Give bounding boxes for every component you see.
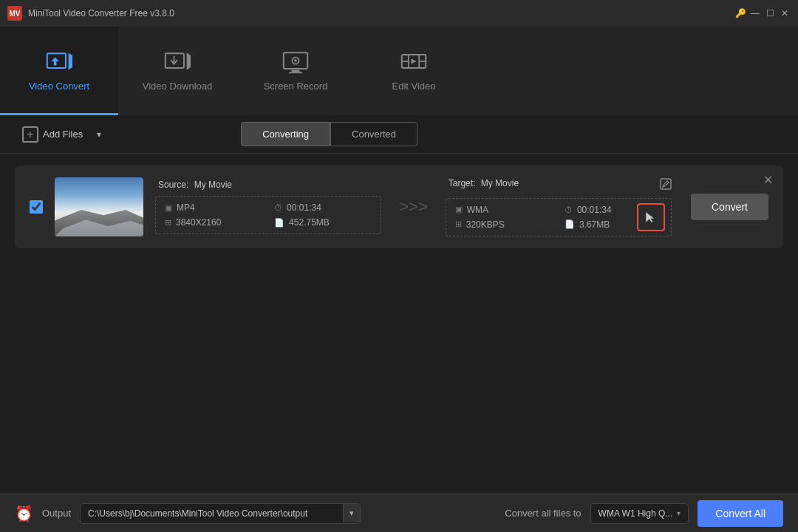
source-label: Source: My Movie: [155, 180, 381, 190]
file-card: ✕ Source: My Movie ▣ MP4 ⏱ 00:01:34: [15, 166, 783, 248]
maximize-button[interactable]: ☐: [764, 7, 776, 19]
source-size-item: 📄 452.75MB: [274, 217, 372, 228]
source-format-item: ▣ MP4: [165, 202, 262, 213]
convert-all-button[interactable]: Convert All: [698, 500, 783, 527]
bottom-bar: ⏰ Output ▾ Convert all files to WMA W1 H…: [0, 494, 798, 532]
target-bitrate: 320KBPS: [466, 219, 505, 230]
size-icon: 📄: [274, 218, 284, 228]
nav-item-video-download[interactable]: Video Download: [118, 27, 236, 115]
format-icon: ▣: [165, 203, 172, 213]
source-resolution: 3840X2160: [176, 217, 221, 228]
add-files-dropdown-button[interactable]: ▾: [90, 124, 108, 145]
svg-rect-5: [292, 70, 300, 72]
tab-converting[interactable]: Converting: [241, 122, 330, 146]
nav-label-video-download: Video Download: [143, 81, 212, 92]
format-dropdown-arrow: ▾: [677, 509, 681, 517]
duration-icon: ⏱: [274, 203, 282, 212]
file-thumbnail: [55, 177, 143, 236]
format-value: WMA W1 High Q...: [598, 508, 673, 519]
file-target: Target: My Movie ▣ WMA ⏱: [446, 178, 672, 236]
add-files-label: Add Files: [43, 129, 83, 140]
screen-record-icon: [282, 48, 309, 75]
output-label: Output: [42, 508, 71, 519]
app-title: MiniTool Video Converter Free v3.8.0: [28, 8, 174, 18]
svg-marker-1: [69, 52, 72, 69]
source-duration: 00:01:34: [287, 202, 321, 213]
nav-bar: Video Convert Video Download Screen Reco…: [0, 27, 798, 115]
target-duration: 00:01:34: [577, 205, 612, 215]
tabs-container: Converting Converted: [241, 122, 417, 146]
edit-icon: [660, 178, 672, 190]
output-path-container: ▾: [80, 503, 361, 524]
target-format-item: ▣ WMA: [455, 205, 553, 215]
app-logo: MV: [7, 6, 22, 21]
cursor-icon: [644, 210, 658, 225]
title-bar: MV MiniTool Video Converter Free v3.8.0 …: [0, 0, 798, 27]
target-size-icon: 📄: [565, 219, 575, 229]
title-bar-left: MV MiniTool Video Converter Free v3.8.0: [7, 6, 174, 21]
thumbnail-image: [55, 177, 143, 236]
target-format-icon: ▣: [455, 205, 463, 214]
nav-label-video-convert: Video Convert: [29, 81, 89, 92]
target-format: WMA: [467, 205, 488, 215]
window-controls: 🔑 — ☐ ✕: [734, 7, 791, 19]
target-format-select-button[interactable]: [637, 203, 665, 231]
file-source: Source: My Movie ▣ MP4 ⏱ 00:01:34 ⊞ 3840…: [155, 180, 381, 234]
toolbar: + Add Files ▾ Converting Converted: [0, 115, 798, 154]
source-resolution-item: ⊞ 3840X2160: [165, 217, 262, 228]
main-content: ✕ Source: My Movie ▣ MP4 ⏱ 00:01:34: [0, 154, 798, 260]
close-button[interactable]: ✕: [779, 7, 791, 19]
file-card-close-button[interactable]: ✕: [763, 173, 773, 187]
format-select-dropdown[interactable]: WMA W1 High Q... ▾: [590, 503, 689, 524]
clock-icon: ⏰: [15, 505, 33, 522]
nav-item-edit-video[interactable]: Edit Video: [355, 27, 473, 115]
svg-point-8: [294, 59, 297, 62]
target-edit-button[interactable]: [660, 178, 672, 192]
target-label: Target: My Movie: [446, 178, 519, 188]
key-button[interactable]: 🔑: [734, 7, 746, 19]
add-files-plus-icon: +: [22, 126, 38, 143]
target-header: Target: My Movie: [446, 178, 672, 192]
output-path-input[interactable]: [81, 504, 343, 523]
nav-item-screen-record[interactable]: Screen Record: [236, 27, 355, 115]
source-size: 452.75MB: [289, 217, 330, 228]
minimize-button[interactable]: —: [749, 7, 761, 19]
resolution-icon: ⊞: [165, 218, 171, 228]
add-files-button[interactable]: + Add Files: [15, 122, 90, 147]
video-download-icon: [164, 48, 191, 75]
file-checkbox[interactable]: [30, 200, 43, 214]
output-path-dropdown-button[interactable]: ▾: [343, 504, 360, 522]
target-bitrate-icon: ⊞: [455, 219, 462, 229]
tab-converted[interactable]: Converted: [330, 122, 417, 146]
nav-item-video-convert[interactable]: Video Convert: [0, 27, 118, 115]
convert-button[interactable]: Convert: [691, 194, 768, 220]
nav-label-edit-video: Edit Video: [392, 81, 435, 92]
target-meta-box: ▣ WMA ⏱ 00:01:34 ⊞ 320KBPS 📄 3.67MB: [446, 198, 672, 236]
svg-rect-6: [289, 72, 302, 73]
source-meta-box: ▣ MP4 ⏱ 00:01:34 ⊞ 3840X2160 📄 452.75MB: [155, 196, 381, 234]
source-format: MP4: [177, 202, 195, 213]
target-size: 3.67MB: [579, 219, 610, 230]
target-bitrate-item: ⊞ 320KBPS: [455, 219, 553, 230]
nav-label-screen-record: Screen Record: [264, 81, 328, 92]
convert-arrows: >>>: [393, 197, 434, 216]
video-convert-icon: [46, 48, 72, 75]
convert-all-to-label: Convert all files to: [505, 508, 581, 519]
edit-video-icon: [400, 48, 427, 75]
target-duration-icon: ⏱: [565, 205, 573, 214]
source-duration-item: ⏱ 00:01:34: [274, 202, 372, 213]
svg-marker-3: [187, 52, 191, 69]
